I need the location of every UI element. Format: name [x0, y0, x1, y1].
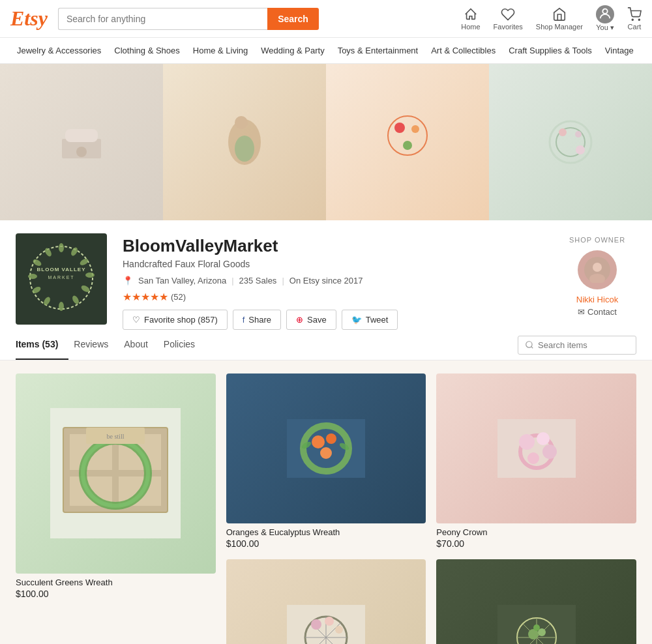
shop-since: On Etsy since 2017	[289, 276, 363, 285]
banner-img-1	[55, 116, 108, 168]
tab-items[interactable]: Items (53)	[16, 330, 68, 360]
cat-clothing[interactable]: Clothing & Shoes	[108, 38, 186, 63]
tweet-button[interactable]: 🐦 Tweet	[342, 310, 398, 330]
shop-sales: 235 Sales	[239, 276, 277, 285]
meta-sep-1: |	[231, 276, 233, 285]
cat-jewelry[interactable]: Jewelry & Accessories	[10, 38, 108, 63]
svg-point-38	[526, 342, 532, 347]
tab-policies[interactable]: Policies	[164, 330, 205, 360]
svg-point-9	[235, 136, 254, 162]
facebook-icon: f	[243, 315, 245, 325]
item-img-oranges	[287, 419, 365, 478]
item-oranges-eucalyptus[interactable]: Oranges & Eucalyptus Wreath $100.00	[226, 373, 426, 549]
svg-text:MARKET: MARKET	[48, 275, 74, 280]
pin-icon: 📍	[123, 276, 133, 285]
favorite-shop-button[interactable]: ♡ Favorite shop (857)	[123, 310, 228, 330]
svg-text:be still: be still	[107, 433, 125, 440]
svg-point-36	[593, 263, 602, 272]
pinterest-icon: ⊕	[296, 315, 303, 325]
etsy-logo[interactable]: Etsy	[10, 7, 48, 31]
site-header: Etsy Search Home Favorites Shop Manager …	[0, 0, 652, 38]
cat-craft[interactable]: Craft Supplies & Tools	[502, 38, 599, 63]
svg-point-52	[326, 433, 336, 444]
tab-reviews[interactable]: Reviews	[74, 330, 119, 360]
save-button[interactable]: ⊕ Save	[286, 310, 336, 330]
item-img-peony	[497, 419, 576, 478]
shop-details: BloomValleyMarket Handcrafted Faux Flora…	[123, 233, 542, 330]
svg-point-0	[602, 9, 607, 14]
svg-point-17	[575, 131, 582, 138]
item-succulent-greens[interactable]: be still Succulent Greens Wreath $100.00	[16, 373, 216, 644]
contact-button[interactable]: ✉ Contact	[558, 307, 636, 317]
cat-home[interactable]: Home & Living	[186, 38, 255, 63]
shop-icon	[552, 7, 567, 22]
cart-label: Cart	[628, 23, 642, 31]
twitter-icon: 🐦	[351, 315, 362, 325]
item-succulent-bicycle[interactable]: Succulent Bicycle Wreath $120.00	[436, 559, 636, 644]
star-rating: ★★★★★	[123, 291, 168, 303]
svg-point-1	[632, 19, 633, 20]
svg-point-21	[59, 243, 64, 252]
shop-banner	[0, 64, 652, 220]
cat-toys[interactable]: Toys & Entertainment	[331, 38, 425, 63]
svg-point-68	[311, 619, 321, 630]
owner-avatar-img	[584, 257, 610, 283]
cat-vintage[interactable]: Vintage	[599, 38, 640, 63]
items-section: be still Succulent Greens Wreath $100.00	[0, 360, 652, 644]
owner-section-label: SHOP OWNER	[558, 236, 636, 244]
shop-actions: ♡ Favorite shop (857) f Share ⊕ Save 🐦 T…	[123, 310, 542, 330]
owner-name[interactable]: Nikki Hicok	[558, 295, 636, 304]
shop-name: BloomValleyMarket	[123, 236, 542, 256]
meta-sep-2: |	[282, 276, 284, 285]
item-price-0: $100.00	[16, 589, 216, 599]
owner-avatar	[578, 250, 617, 289]
item-img-succulent-bicycle	[497, 605, 576, 644]
cart-nav[interactable]: Cart	[627, 7, 642, 31]
svg-point-60	[542, 445, 557, 459]
search-button[interactable]: Search	[267, 8, 319, 30]
item-name-1: Oranges & Eucalyptus Wreath	[226, 527, 426, 537]
banner-img-3	[381, 110, 434, 175]
you-label: You ▾	[596, 23, 614, 32]
svg-text:BLOOM VALLEY: BLOOM VALLEY	[37, 267, 86, 272]
header-nav: Home Favorites Shop Manager You ▾ Cart	[461, 5, 642, 32]
svg-point-27	[59, 302, 64, 311]
items-grid: be still Succulent Greens Wreath $100.00	[16, 373, 636, 644]
svg-point-51	[312, 435, 325, 448]
shop-logo-svg: BLOOM VALLEY MARKET	[22, 239, 100, 317]
cat-art[interactable]: Art & Collectibles	[424, 38, 502, 63]
cart-icon	[627, 7, 642, 22]
item-vintage-bicycle[interactable]: Vintage Bicycle Wheel Wreath $95.00	[226, 559, 426, 644]
svg-point-58	[519, 434, 535, 450]
tweet-label: Tweet	[366, 315, 389, 325]
svg-point-53	[320, 447, 332, 459]
share-button[interactable]: f Share	[233, 310, 281, 330]
item-price-2: $70.00	[436, 538, 636, 549]
message-icon: ✉	[578, 307, 585, 317]
favorite-label: Favorite shop (857)	[144, 315, 218, 325]
svg-point-30	[28, 274, 37, 279]
home-icon	[464, 7, 478, 22]
banner-cell-1	[0, 64, 163, 220]
svg-rect-5	[65, 129, 98, 142]
you-nav[interactable]: You ▾	[596, 5, 614, 32]
favorites-nav[interactable]: Favorites	[494, 7, 523, 31]
banner-cell-3	[326, 64, 489, 220]
banner-img-2	[218, 103, 271, 181]
svg-point-69	[325, 617, 334, 626]
svg-point-6	[76, 147, 87, 157]
cat-wedding[interactable]: Wedding & Party	[254, 38, 331, 63]
search-items-input[interactable]	[538, 340, 629, 350]
tab-about[interactable]: About	[124, 330, 158, 360]
search-input[interactable]	[58, 8, 267, 30]
svg-point-12	[411, 125, 419, 133]
save-label: Save	[307, 315, 327, 325]
item-peony-crown[interactable]: Peony Crown $70.00	[436, 373, 636, 549]
shop-logo: BLOOM VALLEY MARKET	[16, 233, 107, 325]
heart-icon	[501, 7, 515, 22]
shop-manager-nav[interactable]: Shop Manager	[536, 7, 583, 31]
home-nav[interactable]: Home	[461, 7, 480, 31]
item-img-bicycle	[287, 605, 365, 644]
shop-meta: 📍 San Tan Valley, Arizona | 235 Sales | …	[123, 276, 542, 285]
heart-btn-icon: ♡	[132, 315, 140, 325]
